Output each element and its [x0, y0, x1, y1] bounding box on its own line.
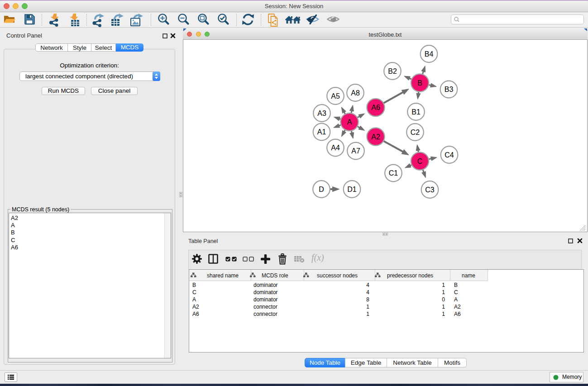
svg-text:D1: D1 — [347, 186, 357, 193]
svg-text:A6: A6 — [371, 104, 380, 111]
svg-text:A4: A4 — [331, 144, 340, 152]
svg-text:A8: A8 — [351, 89, 360, 97]
svg-text:C1: C1 — [389, 169, 398, 177]
svg-text:A1: A1 — [317, 128, 326, 136]
svg-text:A2: A2 — [371, 133, 380, 141]
svg-text:B3: B3 — [445, 86, 454, 93]
svg-text:C4: C4 — [445, 151, 454, 159]
svg-text:C3: C3 — [425, 186, 435, 194]
svg-text:B2: B2 — [388, 67, 397, 75]
svg-text:A: A — [347, 118, 352, 126]
svg-text:A3: A3 — [317, 110, 326, 117]
svg-text:A7: A7 — [351, 147, 360, 155]
svg-text:A5: A5 — [331, 92, 340, 100]
svg-text:C: C — [417, 157, 423, 165]
svg-text:B4: B4 — [425, 50, 434, 58]
svg-text:D: D — [319, 186, 324, 193]
svg-text:C2: C2 — [411, 129, 420, 136]
svg-text:B: B — [417, 79, 422, 87]
svg-text:B1: B1 — [411, 108, 421, 116]
